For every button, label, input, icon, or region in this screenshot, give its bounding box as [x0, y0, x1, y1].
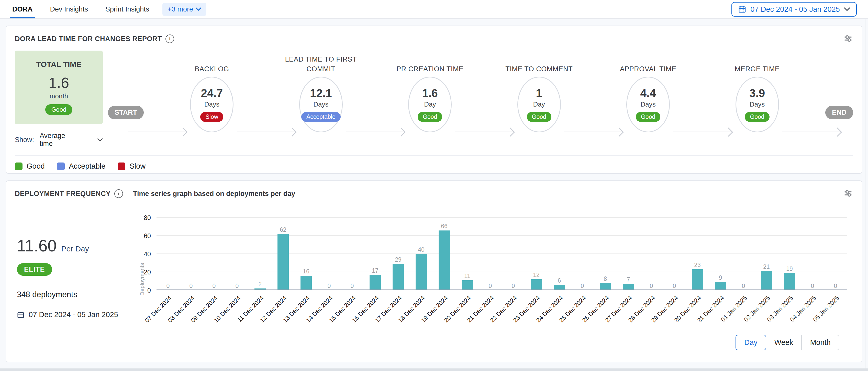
y-tick-label: 20 — [144, 269, 151, 276]
granularity-month[interactable]: Month — [801, 335, 839, 350]
status-legend: GoodAcceptableSlow — [15, 162, 853, 170]
y-tick-label: 40 — [144, 250, 151, 258]
bar-30-dec-2024[interactable]: 23 — [686, 218, 709, 290]
stage-time-to-comment: TIME TO COMMENT1DayGood — [498, 50, 580, 132]
chevron-down-icon — [844, 7, 850, 11]
show-metric-dropdown[interactable]: Show: Average time — [15, 132, 103, 148]
date-range-picker[interactable]: 07 Dec 2024 - 05 Jan 2025 — [732, 2, 857, 16]
bar-18-dec-2024[interactable]: 40 — [410, 218, 433, 290]
bar-02-jan-2025[interactable]: 21 — [755, 218, 778, 290]
bar-04-jan-2025[interactable]: 0 — [801, 218, 824, 290]
stage-unit: Day — [533, 100, 545, 108]
bar-10-dec-2024[interactable]: 0 — [225, 218, 249, 290]
bar-15-dec-2024[interactable]: 0 — [341, 218, 364, 290]
bar-value-label: 66 — [441, 223, 447, 229]
stage-backlog: BACKLOG24.7DaysSlow — [171, 50, 253, 132]
info-icon[interactable]: i — [165, 34, 174, 43]
granularity-week[interactable]: Week — [766, 335, 802, 350]
tab-dev-insights[interactable]: Dev Insights — [49, 1, 89, 18]
bar-value-label: 0 — [650, 283, 653, 289]
bar-value-label: 0 — [581, 283, 584, 289]
granularity-day[interactable]: Day — [736, 335, 766, 350]
bar-rect — [370, 275, 380, 290]
bar-value-label: 0 — [811, 283, 814, 289]
deployment-frequency-card: DEPLOYMENT FREQUENCY i Time series graph… — [6, 180, 862, 362]
bar-23-dec-2024[interactable]: 12 — [525, 218, 548, 290]
bar-11-dec-2024[interactable]: 2 — [249, 218, 272, 290]
bar-25-dec-2024[interactable]: 0 — [571, 218, 594, 290]
stage-lead-time-to-first-commit: LEAD TIME TO FIRST COMMIT12.1DaysAccepta… — [280, 50, 362, 132]
bar-14-dec-2024[interactable]: 0 — [318, 218, 341, 290]
bar-value-label: 6 — [558, 278, 561, 283]
chart-settings-icon[interactable] — [843, 188, 853, 199]
bar-rect — [531, 279, 542, 290]
bar-28-dec-2024[interactable]: 0 — [640, 218, 663, 290]
bar-09-dec-2024[interactable]: 0 — [203, 218, 225, 290]
bar-value-label: 23 — [694, 262, 701, 268]
bar-26-dec-2024[interactable]: 8 — [594, 218, 617, 290]
bar-19-dec-2024[interactable]: 66 — [433, 218, 456, 290]
total-time-value: 1.6 — [49, 75, 69, 90]
stage-status-badge: Good — [636, 112, 660, 122]
bar-07-dec-2024[interactable]: 0 — [156, 218, 180, 290]
y-axis-title: Deployments — [139, 263, 146, 296]
legend-label: Acceptable — [69, 162, 105, 170]
flow-start: START — [108, 106, 144, 119]
stage-circle: 1DayGood — [517, 77, 561, 132]
stage-value: 3.9 — [749, 87, 765, 99]
bar-rect — [692, 269, 703, 290]
stage-unit: Days — [750, 100, 765, 108]
more-tabs-dropdown[interactable]: +3 more — [162, 3, 207, 16]
bar-16-dec-2024[interactable]: 17 — [364, 218, 387, 290]
bar-29-dec-2024[interactable]: 0 — [663, 218, 686, 290]
bar-value-label: 17 — [372, 268, 378, 274]
info-icon[interactable]: i — [114, 189, 123, 198]
bar-13-dec-2024[interactable]: 16 — [294, 218, 318, 290]
bar-value-label: 0 — [328, 283, 331, 289]
bar-value-label: 16 — [303, 269, 309, 274]
bar-20-dec-2024[interactable]: 11 — [456, 218, 479, 290]
stage-circle: 1.6DayGood — [408, 77, 452, 132]
bar-value-label: 21 — [763, 264, 770, 270]
bar-12-dec-2024[interactable]: 62 — [272, 218, 294, 290]
bar-21-dec-2024[interactable]: 0 — [479, 218, 502, 290]
legend-label: Slow — [129, 162, 146, 170]
legend-swatch — [57, 163, 65, 170]
bar-03-jan-2025[interactable]: 19 — [778, 218, 801, 290]
bar-value-label: 0 — [673, 283, 676, 289]
legend-item: Acceptable — [57, 162, 105, 170]
bar-value-label: 2 — [258, 281, 262, 287]
deployment-date-range-label: 07 Dec 2024 - 05 Jan 2025 — [29, 310, 118, 319]
stage-name: LEAD TIME TO FIRST COMMIT — [280, 50, 362, 74]
stage-circle: 3.9DaysGood — [736, 77, 779, 132]
bar-rect — [439, 231, 450, 290]
calendar-icon — [17, 311, 25, 318]
chart-settings-icon[interactable] — [843, 33, 853, 44]
bar-22-dec-2024[interactable]: 0 — [502, 218, 525, 290]
legend-item: Good — [15, 162, 45, 170]
stage-status-badge: Good — [417, 112, 442, 122]
bar-24-dec-2024[interactable]: 6 — [548, 218, 571, 290]
total-time-status-badge: Good — [45, 104, 73, 115]
deployment-title: DEPLOYMENT FREQUENCY — [15, 190, 111, 198]
bar-rect — [415, 254, 427, 290]
bar-27-dec-2024[interactable]: 7 — [617, 218, 640, 290]
bar-08-dec-2024[interactable]: 0 — [180, 218, 203, 290]
bar-05-jan-2025[interactable]: 0 — [824, 218, 847, 290]
tab-dora[interactable]: DORA — [11, 1, 34, 18]
window-right-edge — [865, 20, 865, 368]
bar-value-label: 0 — [166, 283, 170, 289]
stage-name: MERGE TIME — [735, 50, 780, 74]
flow-arrow — [346, 132, 405, 132]
bar-rect — [462, 280, 473, 290]
bar-rect — [715, 282, 726, 290]
bar-17-dec-2024[interactable]: 29 — [387, 218, 410, 290]
bar-value-label: 0 — [742, 283, 745, 289]
bar-31-dec-2024[interactable]: 9 — [709, 218, 732, 290]
stage-value: 4.4 — [641, 87, 656, 99]
chevron-down-icon — [196, 7, 201, 11]
top-navigation-bar: DORA Dev Insights Sprint Insights +3 mor… — [0, 0, 868, 19]
bar-01-jan-2025[interactable]: 0 — [732, 218, 755, 290]
deployment-chart-title: Time series graph based on deployments p… — [133, 190, 295, 198]
tab-sprint-insights[interactable]: Sprint Insights — [104, 1, 150, 18]
